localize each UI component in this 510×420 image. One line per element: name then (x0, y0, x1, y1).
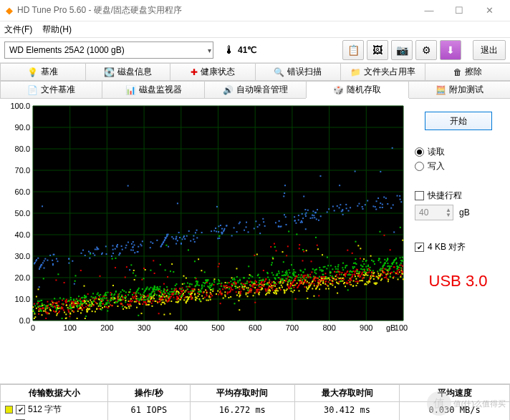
window-title: HD Tune Pro 5.60 - 硬盘/固态硬盘实用程序 (17, 4, 414, 16)
tab-monitor[interactable]: 📊磁盘监视器 (102, 81, 204, 98)
sound-icon: 🔊 (223, 85, 234, 95)
cell-max: 60.595 ms (294, 417, 399, 420)
folder-icon: 📁 (350, 67, 361, 77)
camera-button[interactable]: 📷 (391, 40, 413, 60)
radio-read[interactable]: 读取 (415, 146, 501, 158)
tab-health[interactable]: ✚健康状态 (170, 63, 256, 80)
disk-icon: 💽 (104, 67, 115, 77)
table-row: ✔4 KB 60 IOPS 16.402 ms 60.595 ms 0.238 … (1, 417, 510, 420)
cell-iops: 60 IOPS (108, 417, 191, 420)
checkbox-icon (415, 191, 424, 200)
cell-iops: 61 IOPS (108, 402, 191, 418)
tab-extra[interactable]: 🧮附加测试 (408, 81, 510, 98)
color-swatch-icon (5, 406, 13, 414)
minimize-button[interactable]: — (414, 5, 444, 16)
copy-text-button[interactable]: 📋 (342, 40, 364, 60)
checkbox-checked-icon: ✔ (415, 243, 424, 252)
check-shortstroke[interactable]: 快捷行程 (415, 190, 501, 202)
screenshot-button[interactable]: 🖼 (367, 40, 388, 60)
thermometer-icon: 🌡 (223, 44, 235, 57)
cell-avg: 16.272 ms (190, 402, 294, 418)
random-icon: 🎲 (333, 85, 344, 95)
checkbox-checked-icon[interactable]: ✔ (16, 405, 25, 414)
shortstroke-size-input[interactable]: 40▲▼ (415, 205, 453, 220)
titlebar: ◆ HD Tune Pro 5.60 - 硬盘/固态硬盘实用程序 — ☐ ✕ (0, 0, 510, 21)
tabs-row-1: 💡基准 💽磁盘信息 ✚健康状态 🔍错误扫描 📁文件夹占用率 🗑擦除 (0, 63, 510, 81)
size-unit: gB (459, 207, 470, 218)
calc-icon: 🧮 (436, 85, 446, 95)
toolbar: WD Elements 25A2 (1000 gB) ▾ 🌡 41℃ 📋 🖼 📷… (0, 37, 510, 63)
radio-dot-icon (415, 147, 424, 157)
cell-speed: 0.238 MB/s (400, 417, 510, 420)
search-icon: 🔍 (274, 67, 284, 77)
col-iops: 操作/秒 (108, 385, 191, 402)
drive-select[interactable]: WD Elements 25A2 (1000 gB) ▾ (4, 41, 213, 59)
row-label: 512 字节 (28, 404, 62, 416)
trash-icon: 🗑 (453, 67, 462, 77)
radio-write[interactable]: 写入 (415, 160, 501, 172)
radio-circle-icon (415, 162, 424, 171)
tab-random[interactable]: 🎲随机存取 (306, 81, 408, 98)
start-button[interactable]: 开始 (425, 112, 492, 130)
content-area: 开始 读取 写入 快捷行程 40▲▼ gB ✔4 KB 对齐 USB 3.0 (0, 99, 510, 384)
side-panel: 开始 读取 写入 快捷行程 40▲▼ gB ✔4 KB 对齐 USB 3.0 (408, 100, 509, 382)
app-icon: ◆ (6, 5, 13, 16)
usb-label: USB 3.0 (415, 272, 501, 290)
tab-erase[interactable]: 🗑擦除 (425, 63, 510, 80)
save-button[interactable]: ⬇ (440, 40, 461, 60)
temperature-display: 🌡 41℃ (223, 44, 256, 57)
tab-benchmark[interactable]: 💡基准 (0, 63, 86, 80)
watermark-icon: 值 (427, 391, 451, 416)
tab-info[interactable]: 💽磁盘信息 (85, 63, 171, 80)
monitor-icon: 📊 (125, 85, 136, 95)
menu-file[interactable]: 文件(F) (4, 24, 32, 36)
exit-button[interactable]: 退出 (473, 40, 506, 60)
scatter-chart (1, 100, 408, 336)
tab-aam[interactable]: 🔊自动噪音管理 (204, 81, 307, 98)
check-4kb-align[interactable]: ✔4 KB 对齐 (415, 241, 501, 253)
menu-help[interactable]: 帮助(H) (42, 24, 72, 36)
menubar: 文件(F) 帮助(H) (0, 21, 510, 37)
col-max: 最大存取时间 (294, 385, 399, 402)
bulb-icon: 💡 (27, 67, 38, 77)
maximize-button[interactable]: ☐ (444, 5, 474, 16)
settings-button[interactable]: ⚙ (415, 40, 437, 60)
col-avg: 平均存取时间 (190, 385, 294, 402)
temperature-value: 41℃ (238, 45, 256, 55)
tab-folderusage[interactable]: 📁文件夹占用率 (340, 63, 426, 80)
tab-errorscan[interactable]: 🔍错误扫描 (255, 63, 341, 80)
watermark: 值 值(什)么值得买 (427, 391, 506, 416)
cell-max: 30.412 ms (294, 402, 399, 418)
file-icon: 📄 (27, 85, 38, 95)
chart-area (1, 100, 408, 382)
tabs-row-2: 📄文件基准 📊磁盘监视器 🔊自动噪音管理 🎲随机存取 🧮附加测试 (0, 81, 510, 99)
col-size: 传输数据大小 (1, 385, 108, 402)
health-icon: ✚ (191, 67, 198, 77)
cell-avg: 16.402 ms (190, 417, 294, 420)
close-button[interactable]: ✕ (474, 5, 504, 16)
spinner-icon: ▲▼ (446, 207, 451, 218)
chevron-down-icon: ▾ (208, 47, 211, 54)
tab-filebench[interactable]: 📄文件基准 (0, 81, 102, 98)
drive-select-value: WD Elements 25A2 (1000 gB) (9, 45, 125, 55)
